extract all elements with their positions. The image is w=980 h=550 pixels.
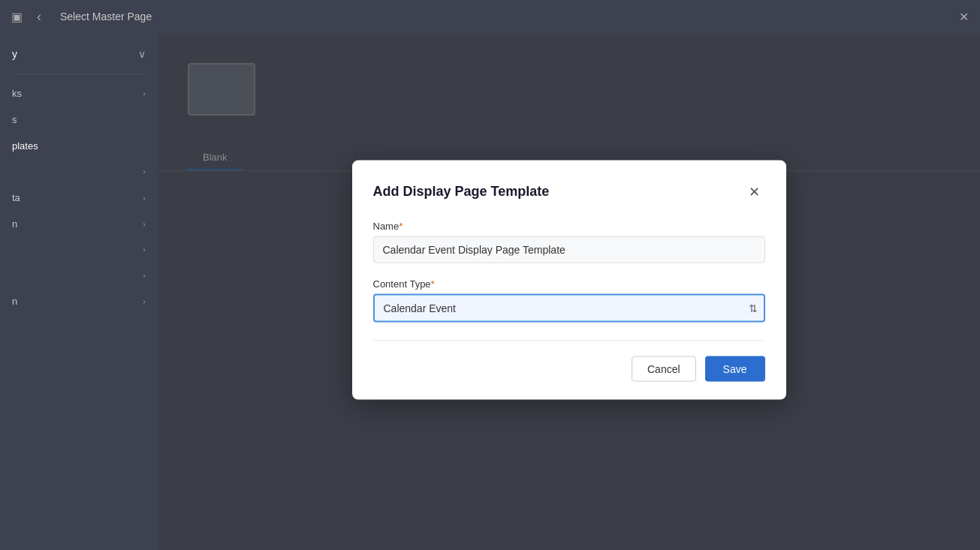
sidebar-item-y[interactable]: y ∨	[0, 42, 158, 66]
back-icon[interactable]: ‹	[32, 9, 47, 24]
main-area: y ∨ ks › s plates › ta › n	[0, 33, 980, 550]
name-input[interactable]	[373, 236, 765, 263]
sidebar-item-n1[interactable]: n ›	[0, 212, 158, 236]
sidebar-chevron-ta: ›	[143, 193, 146, 203]
sidebar-item-y-label: y	[12, 48, 17, 60]
sidebar-item-8[interactable]: ›	[0, 239, 158, 261]
modal-divider	[373, 340, 765, 341]
sidebar-chevron-ks: ›	[143, 89, 146, 99]
sidebar-chevron-n1: ›	[143, 219, 146, 230]
sidebar-item-5[interactable]: ›	[0, 161, 158, 183]
sidebar-item-s[interactable]: s	[0, 108, 158, 131]
top-bar-title: Select Master Page	[60, 11, 152, 23]
content-type-form-group: Content Type* Calendar Event Blog Post W…	[373, 278, 765, 322]
content-type-label: Content Type*	[373, 278, 765, 289]
sidebar-item-n2-label: n	[12, 296, 17, 307]
sidebar: y ∨ ks › s plates › ta › n	[0, 33, 158, 550]
sidebar-item-ks[interactable]: ks ›	[0, 82, 158, 105]
sidebar-chevron-n2: ›	[143, 296, 146, 307]
modal-close-button[interactable]: ✕	[744, 181, 765, 202]
app-shell: ▣ ‹ Select Master Page ✕ y ∨ ks › s plat…	[0, 0, 980, 550]
sidebar-item-plates[interactable]: plates	[0, 134, 158, 158]
sidebar-item-9[interactable]: ›	[0, 264, 158, 287]
sidebar-divider-1	[12, 74, 146, 74]
name-form-group: Name*	[373, 220, 765, 263]
sidebar-item-ta[interactable]: ta ›	[0, 186, 158, 209]
sidebar-chevron-9: ›	[143, 270, 146, 281]
sidebar-item-s-label: s	[12, 114, 17, 125]
add-display-page-modal: Add Display Page Template ✕ Name* Conten…	[352, 160, 786, 399]
topbar-close-icon[interactable]: ✕	[956, 9, 971, 24]
sidebar-item-ks-label: ks	[12, 88, 22, 99]
name-label: Name*	[373, 220, 765, 231]
sidebar-item-n2[interactable]: n ›	[0, 290, 158, 313]
collapse-icon[interactable]: ▣	[9, 9, 24, 24]
sidebar-item-plates-label: plates	[12, 140, 38, 152]
content-type-select[interactable]: Calendar Event Blog Post Web Content Art…	[373, 293, 765, 322]
sidebar-chevron-5: ›	[143, 167, 146, 177]
top-bar: ▣ ‹ Select Master Page ✕	[0, 0, 980, 33]
sidebar-chevron-8: ›	[143, 245, 146, 255]
modal-title: Add Display Page Template	[373, 184, 550, 200]
cancel-button[interactable]: Cancel	[632, 356, 696, 381]
sidebar-item-n1-label: n	[12, 218, 17, 230]
modal-header: Add Display Page Template ✕	[373, 181, 765, 202]
modal-footer: Cancel Save	[373, 356, 765, 381]
content-type-select-wrapper: Calendar Event Blog Post Web Content Art…	[373, 293, 765, 322]
save-button[interactable]: Save	[705, 356, 765, 381]
sidebar-dropdown-arrow-y: ∨	[138, 48, 146, 60]
content-panel: Blank Add Display Page Template ✕ Name*	[158, 33, 980, 550]
sidebar-item-ta-label: ta	[12, 192, 20, 203]
